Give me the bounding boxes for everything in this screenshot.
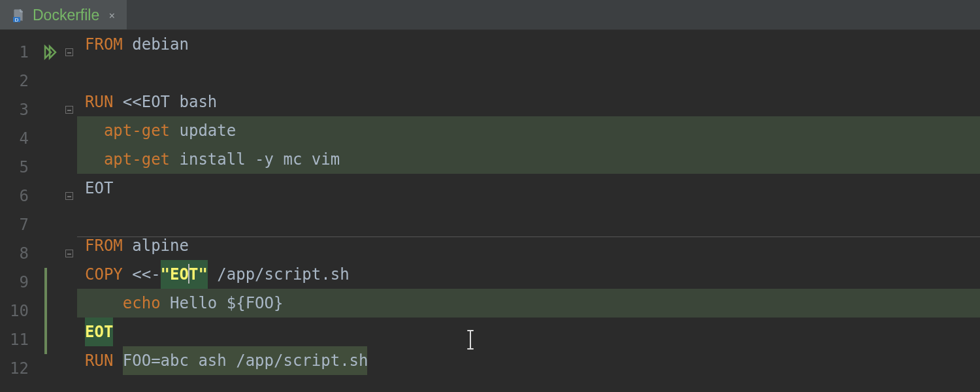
text: alpine xyxy=(132,237,189,255)
tab-label: Dockerfile xyxy=(33,7,99,24)
code-line[interactable]: RUN <<EOT bash xyxy=(77,88,217,116)
keyword: RUN xyxy=(85,93,123,111)
code-line[interactable]: FROM alpine xyxy=(77,231,189,260)
text: debian xyxy=(132,35,189,54)
vcs-change-marker xyxy=(44,325,47,354)
keyword: COPY xyxy=(85,265,132,284)
code-line[interactable]: COPY <<-"EOT" /app/script.sh xyxy=(77,260,350,289)
text: <<EOT bash xyxy=(123,93,218,111)
code-line[interactable]: echo Hello ${FOO} xyxy=(77,289,283,318)
line-number: 6 xyxy=(0,182,37,210)
code-line[interactable]: RUN FOO=abc ash /app/script.sh xyxy=(77,346,368,375)
code-line[interactable]: apt-get update xyxy=(77,116,236,145)
line-number: 1 xyxy=(0,38,37,67)
line-number: 11 xyxy=(0,325,37,354)
tab-bar: D Dockerfile × xyxy=(0,0,980,30)
line-number-gutter: 123456789101112 xyxy=(0,30,37,392)
line-number: 10 xyxy=(0,297,37,325)
text: EOT xyxy=(85,179,113,197)
svg-text:D: D xyxy=(15,16,19,22)
line-number: 12 xyxy=(0,354,37,383)
text: update xyxy=(180,122,237,140)
fold-gutter xyxy=(64,30,77,392)
text: <<- xyxy=(132,265,160,284)
text-caret xyxy=(188,264,189,284)
line-number: 9 xyxy=(0,268,37,297)
vcs-change-marker xyxy=(44,268,47,297)
run-gutter-icon[interactable] xyxy=(37,38,64,67)
fold-start-icon[interactable] xyxy=(65,250,73,257)
code-line[interactable] xyxy=(77,59,85,88)
line-number: 4 xyxy=(0,124,37,153)
line-number: 8 xyxy=(0,239,37,268)
fold-end-icon[interactable] xyxy=(65,192,73,200)
command: echo xyxy=(123,294,170,312)
search-highlight: T" xyxy=(189,260,208,289)
code-line[interactable]: FROM debian xyxy=(77,30,189,59)
code-line[interactable]: apt-get install -y mc vim xyxy=(77,145,340,174)
fold-start-icon[interactable] xyxy=(65,48,73,56)
vcs-change-marker xyxy=(44,297,47,325)
command: apt-get xyxy=(104,150,180,169)
docker-file-icon: D xyxy=(12,8,26,24)
line-number: 7 xyxy=(0,210,37,239)
line-number: 2 xyxy=(0,67,37,95)
search-highlight: "EO xyxy=(161,260,189,289)
command: apt-get xyxy=(104,122,180,140)
code-line[interactable] xyxy=(77,203,85,231)
keyword: FROM xyxy=(85,237,132,255)
code-line[interactable]: EOT xyxy=(77,174,113,203)
text: /app/script.sh xyxy=(208,265,350,284)
tab-dockerfile[interactable]: D Dockerfile × xyxy=(0,0,127,29)
code-editor[interactable]: 123456789101112 FROM debianRUN <<EOT bas… xyxy=(0,30,980,392)
text: install -y mc vim xyxy=(180,150,340,169)
line-number: 3 xyxy=(0,95,37,124)
fold-start-icon[interactable] xyxy=(65,106,73,114)
close-icon[interactable]: × xyxy=(106,10,118,22)
line-number: 5 xyxy=(0,153,37,182)
keyword: FROM xyxy=(85,35,132,54)
search-highlight: EOT xyxy=(85,318,113,346)
keyword: RUN xyxy=(85,351,123,370)
stage-separator xyxy=(77,237,980,237)
run-gutter xyxy=(37,30,64,392)
text: Hello ${FOO} xyxy=(170,294,283,312)
code-line[interactable]: EOT xyxy=(77,318,113,346)
code-area[interactable]: FROM debianRUN <<EOT bash apt-get update… xyxy=(77,30,980,392)
text: FOO=abc ash /app/script.sh xyxy=(123,351,368,370)
